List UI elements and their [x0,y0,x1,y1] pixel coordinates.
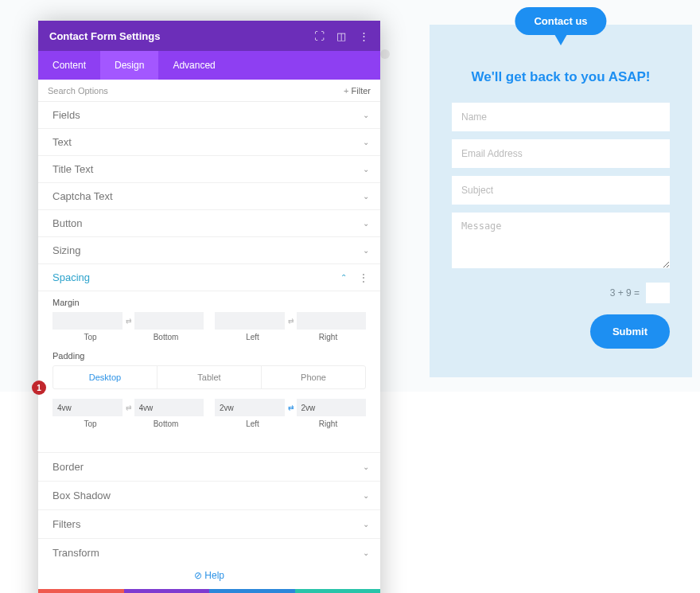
sections-list: Fields⌄ Text⌄ Title Text⌄ Captcha Text⌄ … [38,102,380,562]
chevron-down-icon: ⌄ [363,111,369,119]
margin-bottom-input[interactable] [134,312,204,330]
padding-inputs: ⇄ ⇄ [52,399,366,416]
section-button[interactable]: Button⌄ [38,210,380,237]
device-tabs: Desktop Tablet Phone [52,365,366,389]
tabs-bar: Content Design Advanced [38,51,380,80]
settings-panel: Contact Form Settings ⛶ ◫ ⋮ Content Desi… [38,21,380,593]
badge-arrow-icon [554,34,567,45]
padding-bottom-input[interactable] [134,399,204,416]
form-preview: Contact us We'll get back to you ASAP! 3… [430,7,692,377]
section-text[interactable]: Text⌄ [38,129,380,156]
email-field[interactable] [452,139,670,168]
padding-label: Padding [52,351,366,361]
device-phone[interactable]: Phone [262,366,365,388]
message-field[interactable] [452,213,670,268]
section-spacing[interactable]: Spacing⌃⋮ [38,264,380,291]
section-border[interactable]: Border⌄ [38,453,380,482]
margin-top-input[interactable] [52,312,123,330]
margin-side-labels: TopBottom LeftRight [52,333,366,341]
filter-button[interactable]: Filter [344,86,371,96]
link-icon[interactable]: ⇄ [123,312,134,330]
chevron-down-icon: ⌄ [363,520,369,529]
menu-icon[interactable]: ⋮ [358,30,369,41]
margin-inputs: ⇄ ⇄ [52,312,366,330]
section-captcha-text[interactable]: Captcha Text⌄ [38,183,380,210]
form-heading: We'll get back to you ASAP! [452,69,670,85]
link-icon[interactable]: ⇄ [286,399,297,416]
section-transform[interactable]: Transform⌄ [38,539,380,562]
section-menu-icon[interactable]: ⋮ [358,271,369,284]
link-icon[interactable]: ⇄ [123,399,134,416]
padding-left-input[interactable] [215,399,286,416]
device-tablet[interactable]: Tablet [158,366,262,388]
tab-content[interactable]: Content [38,51,100,80]
close-icon[interactable] [380,49,390,59]
chevron-down-icon: ⌄ [363,462,369,471]
captcha-text: 3 + 9 = [610,287,640,298]
chevron-down-icon: ⌄ [363,219,369,228]
captcha-input[interactable] [646,283,670,303]
section-fields[interactable]: Fields⌄ [38,102,380,129]
section-title-text[interactable]: Title Text⌄ [38,156,380,183]
padding-side-labels: TopBottom LeftRight [52,419,366,428]
chevron-down-icon: ⌄ [363,138,369,146]
margin-label: Margin [52,298,366,307]
spacing-content: Margin ⇄ ⇄ TopBottom LeftRight Padding D… [38,291,380,453]
annotation-marker-1: 1 [32,380,46,395]
section-box-shadow[interactable]: Box Shadow⌄ [38,482,380,510]
layout-icon[interactable]: ◫ [336,30,347,41]
save-button[interactable]: ✓ [295,589,381,593]
chevron-down-icon: ⌄ [363,491,369,500]
chevron-down-icon: ⌄ [363,165,369,174]
subject-field[interactable] [452,176,670,205]
tab-advanced[interactable]: Advanced [158,51,229,80]
undo-button[interactable]: ↺ [124,589,210,593]
name-field[interactable] [452,103,670,131]
search-row: Search Options Filter [38,80,380,102]
padding-right-input[interactable] [297,399,367,416]
tab-design[interactable]: Design [100,51,158,80]
help-link[interactable]: ⊘ Help [38,562,380,589]
panel-title: Contact Form Settings [49,30,160,42]
action-bar: ✕ ↺ ↻ ✓ [38,589,380,593]
captcha-row: 3 + 9 = [452,283,670,303]
expand-icon[interactable]: ⛶ [313,30,325,41]
cancel-button[interactable]: ✕ [38,589,124,593]
chevron-down-icon: ⌄ [363,246,369,255]
padding-top-input[interactable] [52,399,123,416]
device-desktop[interactable]: Desktop [53,366,158,388]
chevron-down-icon: ⌄ [363,192,369,201]
link-icon[interactable]: ⇄ [286,312,297,330]
margin-left-input[interactable] [215,312,286,330]
search-placeholder[interactable]: Search Options [48,86,108,96]
section-sizing[interactable]: Sizing⌄ [38,237,380,264]
section-filters[interactable]: Filters⌄ [38,510,380,539]
header-actions: ⛶ ◫ ⋮ [313,30,369,41]
chevron-down-icon: ⌄ [363,548,369,557]
form-card: We'll get back to you ASAP! 3 + 9 = Subm… [430,25,692,377]
panel-header: Contact Form Settings ⛶ ◫ ⋮ [38,21,380,51]
submit-button[interactable]: Submit [590,314,670,349]
margin-right-input[interactable] [297,312,367,330]
redo-button[interactable]: ↻ [209,589,295,593]
chevron-up-icon: ⌃ [340,273,347,282]
contact-badge: Contact us [515,7,606,35]
